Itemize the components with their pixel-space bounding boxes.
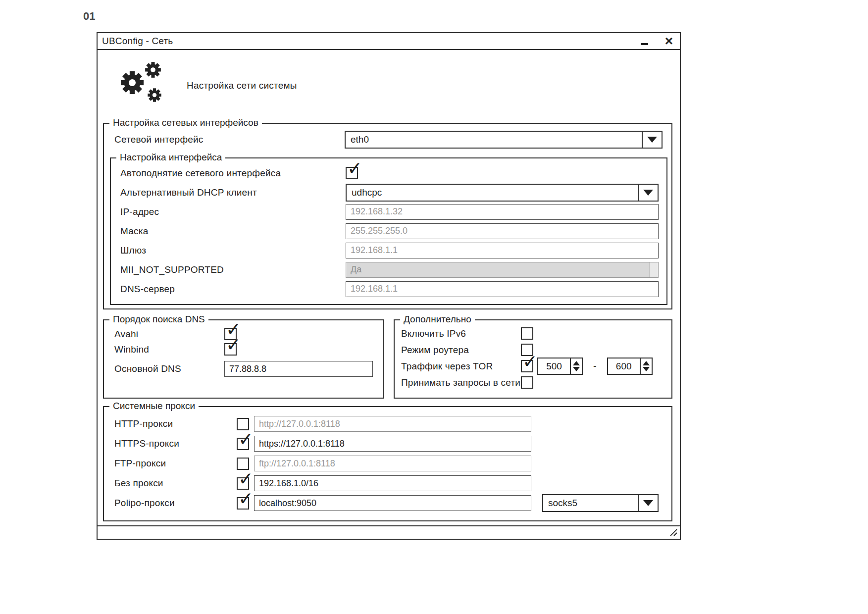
winbind-row: Winbind ✓ (114, 342, 374, 357)
polipo-type-value: socks5 (543, 495, 638, 511)
mii-value: Да (351, 264, 361, 275)
netmask-input[interactable] (346, 223, 659, 239)
accept-requests-label: Принимать запросы в сети (401, 377, 521, 388)
network-interface-label: Сетевой интерфейс (114, 134, 345, 145)
chevron-down-icon[interactable] (642, 132, 662, 148)
tor-port-min-spinner[interactable]: 500 (537, 358, 583, 375)
http-proxy-input[interactable] (254, 416, 531, 432)
window-subtitle: Настройка сети системы (187, 80, 297, 91)
winbind-checkbox[interactable]: ✓ (224, 343, 237, 356)
chevron-down-icon[interactable] (638, 495, 658, 511)
dns-order-group: Порядок поиска DNS Avahi ✓ Winbind ✓ Осн… (103, 319, 384, 399)
checkmark-icon: ✓ (522, 353, 538, 371)
additional-group-title: Дополнительно (400, 314, 475, 325)
netmask-row: Маска (120, 221, 659, 241)
http-proxy-row: HTTP-прокси ✓ (114, 414, 663, 434)
system-proxies-group: Системные прокси HTTP-прокси ✓ HTTPS-про… (103, 406, 672, 521)
mii-field-end (649, 262, 658, 277)
http-proxy-checkbox[interactable]: ✓ (237, 418, 249, 430)
accept-requests-checkbox[interactable]: ✓ (521, 376, 533, 389)
ftp-proxy-checkbox[interactable]: ✓ (237, 458, 249, 470)
checkmark-icon: ✓ (238, 490, 254, 508)
down-arrow-icon (643, 367, 650, 371)
gear-medium-icon (142, 59, 164, 81)
polipo-proxy-label: Polipo-прокси (114, 498, 237, 509)
tor-traffic-label: Траффик через TOR (401, 361, 521, 372)
dns-server-label: DNS-сервер (120, 284, 346, 295)
tor-port-min-value: 500 (538, 358, 570, 374)
no-proxy-checkbox[interactable]: ✓ (237, 477, 249, 490)
spinner-buttons[interactable] (640, 358, 652, 374)
dhcp-client-select[interactable]: udhcpc (346, 184, 659, 202)
additional-group: Дополнительно Включить IPv6 ✓ Режим роут… (394, 319, 672, 399)
dns-server-row: DNS-сервер (120, 279, 659, 299)
checkmark-icon: ✓ (347, 159, 362, 178)
polipo-proxy-checkbox[interactable]: ✓ (237, 497, 249, 510)
avahi-row: Avahi ✓ (114, 326, 374, 342)
network-interfaces-group: Настройка сетевых интерфейсов Сетевой ин… (103, 123, 672, 309)
mii-row: MII_NOT_SUPPORTED Да (120, 260, 659, 279)
mii-label: MII_NOT_SUPPORTED (120, 264, 346, 275)
auto-up-row: Автоподнятие сетевого интерфейса ✓ (120, 163, 659, 183)
tor-port-max-spinner[interactable]: 600 (607, 358, 653, 375)
status-bar (98, 525, 680, 539)
no-proxy-row: Без прокси ✓ (114, 473, 663, 493)
winbind-label: Winbind (114, 344, 224, 355)
accept-requests-row: Принимать запросы в сети ✓ (401, 374, 665, 391)
router-mode-label: Режим роутера (401, 345, 521, 356)
up-arrow-icon (643, 361, 650, 365)
chevron-down-icon[interactable] (638, 185, 658, 201)
no-proxy-input[interactable] (254, 475, 531, 491)
netmask-label: Маска (120, 226, 346, 237)
dns-server-input[interactable] (346, 281, 659, 297)
range-separator: - (593, 360, 597, 372)
primary-dns-row: Основной DNS (114, 359, 374, 379)
ftp-proxy-label: FTP-прокси (114, 458, 237, 469)
gear-small-icon (145, 86, 164, 104)
network-interface-row: Сетевой интерфейс eth0 (114, 131, 663, 149)
ipv6-row: Включить IPv6 ✓ (401, 325, 665, 342)
network-interface-select[interactable]: eth0 (345, 131, 663, 149)
checkmark-icon: ✓ (238, 430, 254, 449)
ip-address-label: IP-адрес (120, 206, 346, 217)
https-proxy-input[interactable] (254, 436, 531, 452)
checkmark-icon: ✓ (226, 336, 241, 354)
no-proxy-label: Без прокси (114, 478, 237, 489)
ftp-proxy-input[interactable] (254, 456, 531, 471)
window-title: UBConfig - Сеть (102, 36, 173, 47)
dns-order-group-title: Порядок поиска DNS (109, 314, 208, 325)
auto-up-checkbox[interactable]: ✓ (346, 167, 358, 179)
https-proxy-row: HTTPS-прокси ✓ (114, 434, 663, 454)
tor-port-max-value: 600 (608, 358, 640, 374)
polipo-proxy-row: Polipo-прокси ✓ socks5 (114, 493, 663, 513)
https-proxy-checkbox[interactable]: ✓ (237, 438, 249, 450)
gateway-label: Шлюз (120, 245, 346, 256)
ipv6-checkbox[interactable]: ✓ (521, 327, 533, 340)
primary-dns-input[interactable] (224, 361, 373, 377)
tor-traffic-row: Траффик через TOR ✓ 500 - 600 (401, 358, 665, 374)
system-proxies-group-title: Системные прокси (109, 401, 199, 411)
http-proxy-label: HTTP-прокси (114, 418, 237, 429)
ftp-proxy-row: FTP-прокси ✓ (114, 454, 663, 473)
mockup-canvas: 01 UBConfig - Сеть × Настройка сети с (0, 0, 868, 614)
close-icon[interactable]: × (665, 36, 673, 46)
page-number-label: 01 (83, 10, 95, 23)
ipv6-label: Включить IPv6 (401, 328, 521, 339)
checkmark-icon: ✓ (238, 470, 254, 488)
spinner-buttons[interactable] (570, 358, 582, 374)
up-arrow-icon (573, 361, 580, 365)
ip-address-row: IP-адрес (120, 202, 659, 221)
gateway-input[interactable] (346, 243, 659, 258)
auto-up-label: Автоподнятие сетевого интерфейса (120, 168, 346, 179)
minimize-icon[interactable] (641, 43, 648, 45)
polipo-type-select[interactable]: socks5 (542, 494, 659, 512)
resize-grip-icon[interactable] (669, 528, 678, 537)
polipo-proxy-input[interactable] (254, 495, 531, 511)
https-proxy-label: HTTPS-прокси (114, 438, 237, 449)
interface-settings-group: Настройка интерфейса Автоподнятие сетево… (110, 157, 667, 305)
network-interface-value: eth0 (346, 132, 642, 148)
ip-address-input[interactable] (346, 204, 659, 220)
tor-traffic-checkbox[interactable]: ✓ (521, 360, 533, 372)
dhcp-client-value: udhcpc (347, 185, 638, 201)
dhcp-client-label: Альтернативный DHCP клиент (120, 187, 346, 198)
